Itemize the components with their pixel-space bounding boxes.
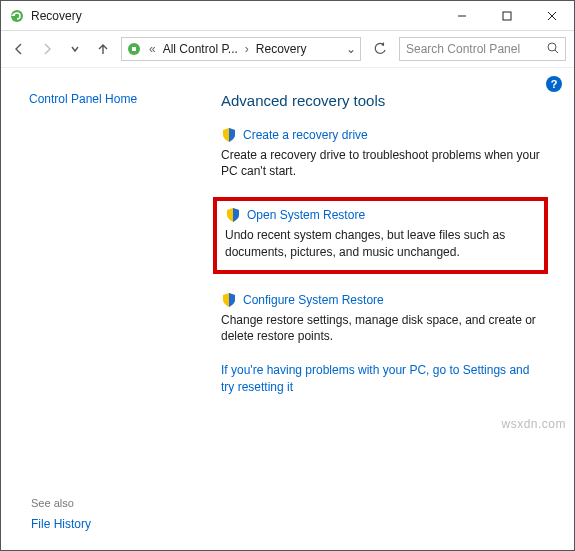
breadcrumb-item-2[interactable]: Recovery <box>252 42 311 56</box>
address-bar: « All Control P... › Recovery ⌄ Search C… <box>1 31 574 67</box>
svg-rect-1 <box>503 12 511 20</box>
configure-system-restore-link[interactable]: Configure System Restore <box>243 293 384 307</box>
breadcrumb-item-1[interactable]: All Control P... <box>159 42 242 56</box>
svg-point-4 <box>548 43 556 51</box>
item-description: Create a recovery drive to troubleshoot … <box>221 147 544 179</box>
recovery-icon <box>9 8 25 24</box>
item-description: Undo recent system changes, but leave fi… <box>225 227 536 259</box>
up-button[interactable] <box>93 39 113 59</box>
recent-locations-button[interactable] <box>65 39 85 59</box>
search-placeholder: Search Control Panel <box>406 42 547 56</box>
refresh-button[interactable] <box>369 38 391 60</box>
shield-icon <box>225 207 241 223</box>
chevron-right-icon[interactable]: › <box>242 42 252 56</box>
close-button[interactable] <box>529 1 574 30</box>
window-controls <box>439 1 574 30</box>
file-history-link[interactable]: File History <box>31 517 91 531</box>
shield-icon <box>221 292 237 308</box>
breadcrumb-sep: « <box>146 42 159 56</box>
shield-icon <box>221 127 237 143</box>
watermark: wsxdn.com <box>501 417 566 431</box>
recovery-tool-item-highlighted: Open System Restore Undo recent system c… <box>213 197 548 273</box>
item-description: Change restore settings, manage disk spa… <box>221 312 544 344</box>
titlebar: Recovery <box>1 1 574 31</box>
create-recovery-drive-link[interactable]: Create a recovery drive <box>243 128 368 142</box>
search-input[interactable]: Search Control Panel <box>399 37 566 61</box>
content-area: Control Panel Home See also File History… <box>1 68 574 551</box>
control-panel-home-link[interactable]: Control Panel Home <box>29 92 137 106</box>
forward-button[interactable] <box>37 39 57 59</box>
troubleshoot-link[interactable]: If you're having problems with your PC, … <box>221 362 544 396</box>
window-title: Recovery <box>31 9 439 23</box>
back-button[interactable] <box>9 39 29 59</box>
recovery-tool-item: Configure System Restore Change restore … <box>221 292 544 344</box>
svg-rect-3 <box>132 47 136 51</box>
breadcrumb[interactable]: « All Control P... › Recovery ⌄ <box>121 37 361 61</box>
main-panel: ? Advanced recovery tools Create a recov… <box>181 68 574 551</box>
recovery-tool-item: Create a recovery drive Create a recover… <box>221 127 544 179</box>
maximize-button[interactable] <box>484 1 529 30</box>
help-icon[interactable]: ? <box>546 76 562 92</box>
control-panel-icon <box>126 41 142 57</box>
see-also-label: See also <box>31 497 91 509</box>
open-system-restore-link[interactable]: Open System Restore <box>247 208 365 222</box>
page-title: Advanced recovery tools <box>221 92 544 109</box>
minimize-button[interactable] <box>439 1 484 30</box>
sidebar: Control Panel Home See also File History <box>1 68 181 551</box>
chevron-down-icon[interactable]: ⌄ <box>346 42 356 56</box>
see-also-section: See also File History <box>31 497 91 531</box>
search-icon <box>547 42 559 57</box>
